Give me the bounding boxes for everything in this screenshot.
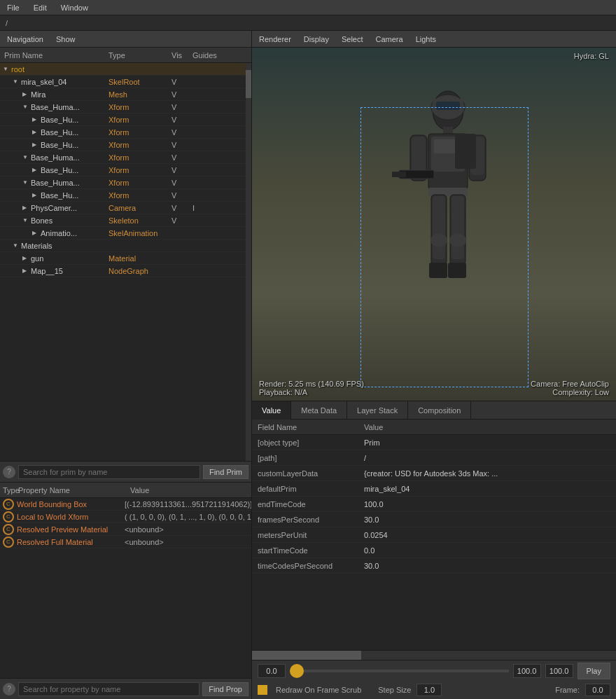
frame-label: Frame:: [555, 686, 580, 694]
tree-row[interactable]: ▶Base_Hu...XformV: [0, 189, 246, 202]
prop-value-text: <unbound>: [125, 525, 251, 534]
tree-cell-name: ▼Base_Huma...: [0, 153, 108, 162]
nav-lights[interactable]: Lights: [413, 34, 439, 45]
nav-camera[interactable]: Camera: [373, 34, 406, 45]
prop-col-name: Property Name: [18, 486, 130, 494]
prim-name-text: Base_Hu...: [41, 116, 78, 124]
tree-cell-type: SkelRoot: [108, 78, 172, 86]
menu-window[interactable]: Window: [58, 4, 91, 12]
collapse-icon[interactable]: ▶: [22, 268, 29, 275]
expand-icon[interactable]: ▼: [22, 154, 29, 161]
nav-navigation[interactable]: Navigation: [4, 34, 46, 45]
frame-value: 0.0: [585, 684, 610, 696]
tree-scroll-thumb[interactable]: [246, 70, 251, 98]
meta-scrollbar-thumb[interactable]: [252, 651, 361, 660]
expand-icon[interactable]: ▼: [13, 242, 20, 249]
collapse-icon[interactable]: ▶: [32, 141, 39, 148]
svg-rect-12: [455, 134, 476, 169]
meta-field-value: 0.0254: [364, 531, 616, 539]
prim-name-text: Map__15: [31, 267, 63, 275]
timeline-controls: 0.0 100.0 100.0 Play: [252, 660, 616, 681]
tree-cell-name: ▼Base_Huma...: [0, 179, 108, 187]
tree-cell-type: Xform: [108, 141, 172, 149]
meta-field-name: [object type]: [252, 438, 364, 447]
property-header: Type Property Name Value: [0, 483, 251, 498]
expand-icon[interactable]: ▼: [13, 78, 20, 85]
find-prop-button[interactable]: Find Prop: [202, 682, 248, 696]
nav-show[interactable]: Show: [53, 34, 78, 45]
tree-cell-vis: V: [172, 216, 192, 225]
tree-cell-type: Xform: [108, 153, 172, 162]
collapse-icon[interactable]: ▶: [32, 230, 39, 237]
prim-tree: ▼root▼mira_skel_04SkelRootV▶MiraMeshV▼Ba…: [0, 63, 246, 461]
play-button[interactable]: Play: [578, 663, 610, 679]
meta-col-value-header: Value: [364, 423, 616, 431]
prim-search-help[interactable]: ?: [3, 466, 15, 478]
nav-display[interactable]: Display: [301, 34, 332, 45]
prim-search-input[interactable]: [18, 465, 200, 479]
timeline-thumb[interactable]: [290, 664, 304, 678]
prop-type-icon: C: [3, 524, 14, 535]
collapse-icon[interactable]: ▶: [32, 167, 39, 174]
tree-row[interactable]: ▶Base_Hu...XformV: [0, 164, 246, 177]
collapse-icon[interactable]: ▶: [22, 91, 29, 98]
prop-row[interactable]: CWorld Bounding Box[(-12.8939113361...95…: [0, 498, 251, 511]
meta-tab-layer-stack[interactable]: Layer Stack: [347, 401, 408, 420]
meta-content: [object type]Prim[path]/customLayerData{…: [252, 435, 616, 650]
collapse-icon[interactable]: ▶: [32, 192, 39, 199]
tree-row[interactable]: ▶Base_Hu...XformV: [0, 139, 246, 151]
tree-row[interactable]: ▼Base_Huma...XformV: [0, 177, 246, 189]
tree-row[interactable]: ▼root: [0, 63, 246, 76]
prop-row[interactable]: CResolved Full Material<unbound>: [0, 536, 251, 548]
collapse-icon[interactable]: ▶: [22, 205, 29, 212]
meta-tab-composition[interactable]: Composition: [408, 401, 471, 420]
tree-row[interactable]: ▶Base_Hu...XformV: [0, 113, 246, 126]
tree-row[interactable]: ▶Base_Hu...XformV: [0, 126, 246, 139]
redraw-checkbox[interactable]: [258, 685, 267, 695]
tree-row[interactable]: ▼Base_Huma...XformV: [0, 101, 246, 113]
collapse-icon[interactable]: ▶: [22, 255, 29, 262]
meta-tab-meta-data[interactable]: Meta Data: [291, 401, 347, 420]
nav-select[interactable]: Select: [339, 34, 366, 45]
collapse-icon[interactable]: ▶: [32, 116, 39, 123]
tree-row[interactable]: ▶Animatio...SkelAnimation: [0, 227, 246, 240]
tree-row[interactable]: ▶Map__15NodeGraph: [0, 265, 246, 277]
prop-search-help[interactable]: ?: [3, 683, 15, 695]
find-prim-button[interactable]: Find Prim: [203, 465, 248, 479]
tree-row[interactable]: ▼BonesSkeletonV: [0, 214, 246, 227]
prop-value-text: <unbound>: [125, 538, 251, 546]
tree-cell-vis: V: [172, 90, 192, 99]
tree-cell-type: Xform: [108, 103, 172, 111]
meta-tab-value[interactable]: Value: [252, 401, 291, 420]
prop-search-input[interactable]: [18, 682, 200, 696]
tree-scroll-bar[interactable]: [246, 63, 251, 461]
tree-row[interactable]: ▶gunMaterial: [0, 252, 246, 265]
meta-field-value: /: [364, 454, 616, 462]
tree-row[interactable]: ▼Materials: [0, 240, 246, 252]
tree-row[interactable]: ▼mira_skel_04SkelRootV: [0, 76, 246, 88]
expand-icon[interactable]: ▼: [3, 66, 10, 73]
menu-edit[interactable]: Edit: [31, 4, 50, 12]
tree-cell-name: ▼Materials: [0, 242, 108, 250]
expand-icon[interactable]: ▼: [22, 104, 29, 111]
menu-file[interactable]: File: [4, 4, 22, 12]
tree-cell-vis: V: [172, 78, 192, 86]
tree-cell-name: ▶Base_Hu...: [0, 166, 108, 174]
meta-panel: ValueMeta DataLayer StackComposition Fie…: [252, 401, 616, 660]
tree-cell-type: Xform: [108, 179, 172, 187]
tree-row[interactable]: ▶PhysCamer...CameraVI: [0, 202, 246, 214]
timeline-start: 0.0: [258, 664, 286, 678]
prop-row[interactable]: CLocal to World Xform( (1, 0, 0, 0), (0,…: [0, 511, 251, 523]
expand-icon[interactable]: ▼: [22, 217, 29, 224]
nav-renderer[interactable]: Renderer: [256, 34, 294, 45]
meta-scrollbar[interactable]: [252, 650, 616, 660]
expand-icon[interactable]: ▼: [22, 179, 29, 186]
meta-field-value: 30.0: [364, 562, 616, 570]
tree-row[interactable]: ▼Base_Huma...XformV: [0, 151, 246, 164]
timeline-slider[interactable]: [290, 670, 509, 672]
collapse-icon[interactable]: ▶: [32, 129, 39, 136]
tree-row[interactable]: ▶MiraMeshV: [0, 88, 246, 101]
meta-header: Field Name Value: [252, 420, 616, 435]
prop-name-text: Local to World Xform: [17, 513, 125, 521]
prop-row[interactable]: CResolved Preview Material<unbound>: [0, 523, 251, 536]
